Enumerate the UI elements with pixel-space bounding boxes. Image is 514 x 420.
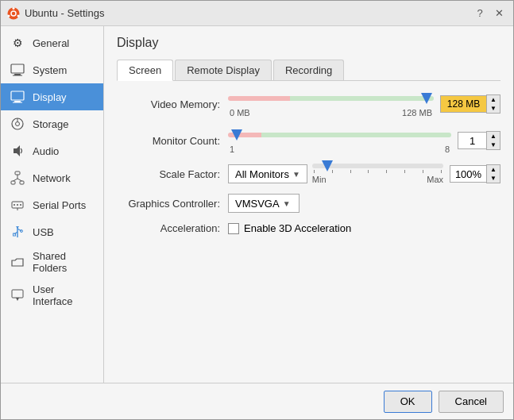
shared-icon: [9, 253, 26, 271]
video-memory-max: 128 MB: [402, 108, 432, 118]
monitor-count-spin-btns: ▲ ▼: [486, 131, 500, 150]
general-icon: ⚙: [9, 34, 26, 52]
monitor-count-group: Monitor Count: 1 8 ▲: [117, 127, 500, 154]
sidebar-item-shared[interactable]: Shared Folders: [1, 245, 103, 279]
sidebar-item-storage[interactable]: Storage: [1, 110, 103, 137]
enable-3d-checkbox[interactable]: [228, 223, 239, 234]
sidebar-label-network: Network: [33, 172, 71, 184]
title-buttons: ? ✕: [472, 6, 507, 21]
scale-factor-label: Scale Factor:: [117, 168, 228, 180]
sidebar-label-shared: Shared Folders: [33, 250, 95, 274]
close-button[interactable]: ✕: [491, 6, 507, 21]
acceleration-group: Acceleration: Enable 3D Acceleration: [117, 222, 500, 234]
audio-icon: [9, 142, 26, 160]
video-memory-label: Video Memory:: [117, 98, 228, 110]
tab-recording[interactable]: Recording: [273, 60, 344, 80]
enable-3d-label: Enable 3D Acceleration: [244, 222, 351, 234]
ui-icon: [9, 287, 26, 304]
tab-remote-display[interactable]: Remote Display: [175, 60, 272, 80]
sidebar-label-system: System: [33, 64, 67, 76]
svg-line-20: [17, 179, 22, 181]
sidebar-item-usb[interactable]: USB: [1, 218, 103, 245]
sidebar-item-system[interactable]: System: [1, 56, 103, 83]
monitor-count-label: Monitor Count:: [117, 135, 228, 147]
video-memory-input[interactable]: [440, 95, 486, 113]
scale-factor-down[interactable]: ▼: [487, 174, 500, 183]
settings-window: Ubuntu - Settings ? ✕ ⚙ General: [0, 0, 514, 420]
scale-factor-up[interactable]: ▲: [487, 165, 500, 174]
scale-min-label: Min: [312, 175, 327, 184]
svg-rect-32: [12, 290, 23, 298]
video-memory-spin-btns: ▲ ▼: [486, 94, 500, 114]
svg-rect-17: [20, 181, 24, 184]
acceleration-label: Acceleration:: [117, 222, 228, 234]
cancel-button[interactable]: Cancel: [439, 391, 504, 413]
monitor-count-max: 8: [445, 144, 450, 154]
content-area: ⚙ General System: [1, 26, 513, 383]
video-memory-up[interactable]: ▲: [487, 95, 500, 104]
sidebar-label-general: General: [33, 37, 69, 49]
scale-thumb: [322, 160, 333, 171]
sidebar-label-ui: User Interface: [33, 283, 95, 307]
video-memory-bg: [228, 96, 434, 101]
sidebar-item-ui[interactable]: User Interface: [1, 279, 103, 312]
tick: [386, 170, 387, 173]
monitor-count-thumb: [231, 129, 242, 141]
app-icon: [7, 7, 20, 20]
video-memory-spinbox: ▲ ▼: [440, 94, 500, 114]
monitor-count-up[interactable]: ▲: [487, 132, 500, 141]
storage-icon: [9, 115, 26, 133]
svg-marker-14: [14, 145, 20, 156]
video-memory-labels: 0 MB 128 MB: [228, 108, 434, 118]
title-bar: Ubuntu - Settings ? ✕: [1, 1, 513, 26]
graphics-controller-dropdown[interactable]: VMSVGA ▼: [228, 194, 300, 213]
svg-point-2: [13, 7, 15, 10]
network-icon: [9, 169, 26, 187]
scale-labels: Min Max: [312, 175, 443, 184]
tick: [441, 170, 442, 173]
sidebar: ⚙ General System: [1, 26, 104, 383]
video-memory-track[interactable]: [228, 91, 434, 106]
scale-factor-dropdown[interactable]: All Monitors ▼: [228, 164, 307, 183]
sidebar-label-storage: Storage: [33, 118, 69, 130]
scale-track: [312, 164, 443, 168]
scale-slider[interactable]: Min Max: [312, 164, 443, 184]
sidebar-label-display: Display: [33, 91, 67, 103]
graphics-controller-label: Graphics Controller:: [117, 198, 228, 210]
dropdown-arrow-icon: ▼: [292, 170, 300, 179]
monitor-count-track[interactable]: [228, 127, 451, 143]
sidebar-item-general[interactable]: ⚙ General: [1, 29, 103, 56]
tick: [350, 170, 351, 173]
ok-button[interactable]: OK: [384, 391, 432, 413]
monitor-count-input[interactable]: [458, 132, 486, 149]
sidebar-item-audio[interactable]: Audio: [1, 137, 103, 164]
svg-point-12: [16, 122, 20, 126]
tick: [314, 170, 315, 173]
monitor-count-slider-container: 1 8: [228, 127, 451, 154]
scale-spin-btns: ▲ ▼: [486, 164, 500, 183]
acceleration-checkbox-area: Enable 3D Acceleration: [228, 222, 351, 234]
scale-factor-input[interactable]: [450, 165, 486, 183]
tabs: Screen Remote Display Recording: [117, 60, 500, 81]
video-memory-thumb: [421, 93, 432, 104]
sidebar-item-serial[interactable]: Serial Ports: [1, 191, 103, 218]
graphics-controller-group: Graphics Controller: VMSVGA ▼: [117, 194, 500, 213]
monitor-count-min: 1: [230, 144, 234, 154]
svg-marker-33: [16, 298, 19, 301]
svg-rect-8: [11, 91, 24, 100]
sidebar-item-network[interactable]: Network: [1, 164, 103, 191]
sidebar-label-usb: USB: [33, 226, 54, 238]
help-button[interactable]: ?: [472, 6, 488, 21]
monitor-count-down[interactable]: ▼: [487, 141, 500, 149]
svg-rect-10: [13, 102, 22, 103]
sidebar-item-display[interactable]: Display: [1, 83, 103, 110]
sidebar-label-audio: Audio: [33, 145, 59, 157]
page-title: Display: [117, 36, 500, 50]
tab-screen[interactable]: Screen: [117, 60, 173, 81]
scale-factor-dropdown-value: All Monitors: [235, 168, 289, 180]
scale-factor-spinbox: ▲ ▼: [450, 164, 500, 183]
scale-max-label: Max: [427, 175, 443, 184]
svg-point-3: [17, 14, 20, 17]
video-memory-down[interactable]: ▼: [487, 104, 500, 113]
graphics-controller-value: VMSVGA: [235, 198, 280, 210]
